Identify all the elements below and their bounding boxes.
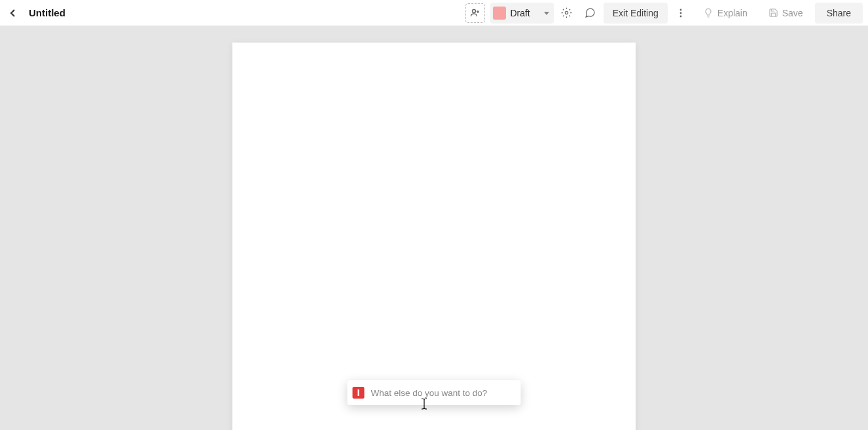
svg-point-0 — [473, 9, 476, 12]
more-vertical-icon — [676, 8, 686, 18]
top-bar: Untitled Draft — [0, 0, 868, 26]
explain-button[interactable]: Explain — [694, 3, 757, 24]
chevron-left-icon — [8, 8, 18, 18]
add-user-button[interactable] — [465, 3, 485, 23]
top-bar-left: Untitled — [5, 5, 65, 21]
save-label: Save — [782, 8, 803, 18]
document-title[interactable]: Untitled — [29, 7, 65, 18]
command-input[interactable] — [371, 388, 516, 398]
user-plus-icon — [470, 8, 480, 18]
svg-point-4 — [566, 11, 568, 14]
share-label: Share — [827, 8, 851, 18]
comment-icon — [585, 7, 596, 18]
lightbulb-icon — [703, 8, 714, 18]
comment-button[interactable] — [580, 3, 601, 24]
svg-point-6 — [679, 12, 681, 14]
svg-point-7 — [679, 15, 681, 17]
explain-label: Explain — [717, 8, 748, 18]
command-marker-icon — [353, 387, 365, 399]
status-dropdown[interactable]: Draft — [490, 3, 553, 24]
share-button[interactable]: Share — [815, 3, 863, 24]
settings-button[interactable] — [556, 3, 577, 24]
save-button[interactable]: Save — [759, 3, 812, 24]
svg-point-5 — [679, 9, 681, 10]
exit-editing-button[interactable]: Exit Editing — [604, 3, 668, 24]
svg-marker-3 — [544, 12, 549, 15]
status-label: Draft — [510, 8, 530, 18]
more-button[interactable] — [670, 3, 691, 24]
command-bar[interactable] — [348, 380, 521, 405]
chevron-down-icon — [543, 10, 550, 16]
status-color-swatch — [493, 7, 506, 20]
gear-icon — [561, 7, 572, 18]
back-button[interactable] — [5, 5, 21, 21]
exit-editing-label: Exit Editing — [613, 8, 659, 18]
save-icon — [769, 8, 778, 18]
document-page[interactable] — [232, 43, 636, 430]
canvas-area[interactable] — [0, 26, 868, 430]
top-bar-right: Draft Exit Editing — [465, 3, 863, 24]
